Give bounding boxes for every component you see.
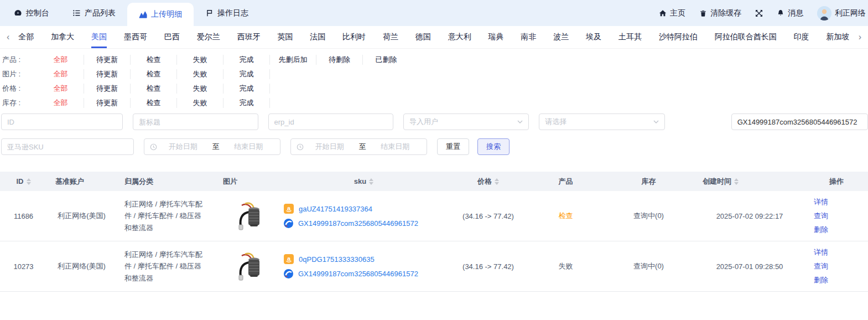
filter-option[interactable]: 完成 [224,98,270,108]
filter-option[interactable]: 失败 [177,55,224,65]
country-tab[interactable]: 德国 [415,26,431,48]
filter-option[interactable]: 完成 [224,84,270,94]
search-button[interactable]: 搜索 [477,138,510,155]
import-user-select[interactable]: 导入用户 [403,113,529,130]
product-status[interactable]: 失败 [559,261,573,271]
id-input[interactable] [1,113,123,130]
product-status[interactable]: 检查 [559,211,573,221]
country-tab[interactable]: 英国 [277,26,293,48]
product-image[interactable] [235,251,265,282]
home-button[interactable]: 主页 [659,8,685,18]
date-range-picker-1[interactable]: 开始日期 至 结束日期 [144,138,280,155]
column-header[interactable]: 产品 [528,177,603,187]
filter-option[interactable]: 已删除 [363,55,409,65]
country-tab[interactable]: 爱尔兰 [197,26,220,48]
filter-option[interactable]: 全部 [38,98,84,108]
filter-option[interactable]: 完成 [224,55,270,65]
filter-option[interactable]: 先删后加 [270,55,316,65]
clear-cache-button[interactable]: 清除缓存 [699,8,741,18]
country-tab[interactable]: 意大利 [448,26,471,48]
messages-button[interactable]: 消息 [777,8,803,18]
gx-sku-link[interactable]: GX14999187com3256805446961572 [284,269,418,278]
sort-carets-icon[interactable] [27,178,31,185]
country-tab[interactable]: 全部 [18,26,34,48]
column-header[interactable]: 基准账户 [47,177,116,187]
country-tab[interactable]: 印度 [794,26,809,48]
delete-link[interactable]: 删除 [814,275,828,285]
country-tab[interactable]: 新加坡 [826,26,849,48]
filter-option[interactable]: 全部 [38,55,84,65]
filter-option[interactable]: 待更新 [84,69,131,79]
nav-item-console[interactable]: 控制台 [2,0,61,26]
column-label: 操作 [829,177,844,187]
date-start-placeholder: 开始日期 [157,142,209,152]
new-title-input[interactable] [133,113,258,130]
query-link[interactable]: 查询 [814,261,828,271]
country-tab[interactable]: 阿拉伯联合酋长国 [715,26,777,48]
erp-id-input[interactable] [268,113,393,130]
sku-filter-input[interactable] [731,113,868,130]
filter-option[interactable]: 检查 [131,69,177,79]
country-tab[interactable]: 巴西 [164,26,180,48]
detail-link[interactable]: 详情 [814,197,828,207]
tabs-prev-arrow[interactable]: ‹ [3,32,13,42]
country-tab[interactable]: 瑞典 [488,26,504,48]
filter-option[interactable]: 失败 [177,84,224,94]
country-tab[interactable]: 西班牙 [237,26,260,48]
nav-item-operation-log[interactable]: 操作日志 [194,0,260,26]
filter-option[interactable]: 检查 [131,55,177,65]
filter-option[interactable]: 待更新 [84,98,131,108]
column-header[interactable]: 创建时间 [694,177,805,187]
column-header[interactable]: 库存 [603,177,694,187]
table-header: ID 基准账户 归属分类 图片 sku 价格 产品 库存 [0,172,868,191]
sort-carets-icon[interactable] [369,178,373,185]
column-header[interactable]: 价格 [448,177,528,187]
country-tab[interactable]: 南非 [521,26,536,48]
cell-id: 11686 [0,212,47,220]
detail-link[interactable]: 详情 [814,247,828,257]
filter-option[interactable]: 失败 [177,98,224,108]
filter-option[interactable]: 待更新 [84,84,131,94]
user-menu[interactable]: 利正网络 [817,6,866,20]
product-image[interactable] [235,201,265,231]
amazon-sku-input[interactable] [1,138,134,155]
country-tab[interactable]: 荷兰 [383,26,398,48]
filter-option[interactable]: 完成 [224,69,270,79]
reset-button[interactable]: 重置 [437,138,469,155]
amazon-sku-link[interactable]: a 0qPDG1751333330635 [284,254,375,264]
country-tab[interactable]: 墨西哥 [124,26,147,48]
fullscreen-button[interactable] [755,9,763,17]
country-tab[interactable]: 法国 [310,26,325,48]
query-link[interactable]: 查询 [814,211,828,221]
generic-select[interactable]: 请选择 [539,113,664,130]
column-header[interactable]: 操作 [805,177,868,187]
cell-id: 10273 [0,262,47,271]
column-header[interactable]: 归属分类 [116,177,219,187]
country-tab[interactable]: 沙特阿拉伯 [659,26,698,48]
nav-item-upload-detail[interactable]: 上传明细 [127,3,194,26]
country-tab[interactable]: 波兰 [553,26,569,48]
column-header[interactable]: ID [0,177,47,185]
date-range-picker-2[interactable]: 开始日期 至 结束日期 [290,138,427,155]
filter-option[interactable]: 全部 [38,84,84,94]
country-tab[interactable]: 土耳其 [618,26,642,48]
country-tab[interactable]: 美国 [91,26,107,48]
filter-option[interactable]: 检查 [131,98,177,108]
filter-option[interactable]: 待更新 [84,55,131,65]
delete-link[interactable]: 删除 [814,225,828,235]
country-tab[interactable]: 加拿大 [51,26,74,48]
filter-option[interactable]: 失败 [177,69,224,79]
nav-item-product-list[interactable]: 产品列表 [61,0,127,26]
country-tab[interactable]: 埃及 [586,26,601,48]
country-tab[interactable]: 比利时 [342,26,366,48]
filter-option[interactable]: 检查 [131,84,177,94]
gx-sku-link[interactable]: GX14999187com3256805446961572 [284,219,418,228]
column-header[interactable]: 图片 [219,177,279,187]
filter-option[interactable]: 待删除 [316,55,363,65]
sort-carets-icon[interactable] [495,178,499,185]
sort-carets-icon[interactable] [734,178,739,185]
column-header[interactable]: sku [279,177,448,185]
filter-option[interactable]: 全部 [38,69,84,79]
tabs-next-arrow[interactable]: › [855,32,865,42]
amazon-sku-link[interactable]: a gaUZ41751419337364 [284,204,372,214]
